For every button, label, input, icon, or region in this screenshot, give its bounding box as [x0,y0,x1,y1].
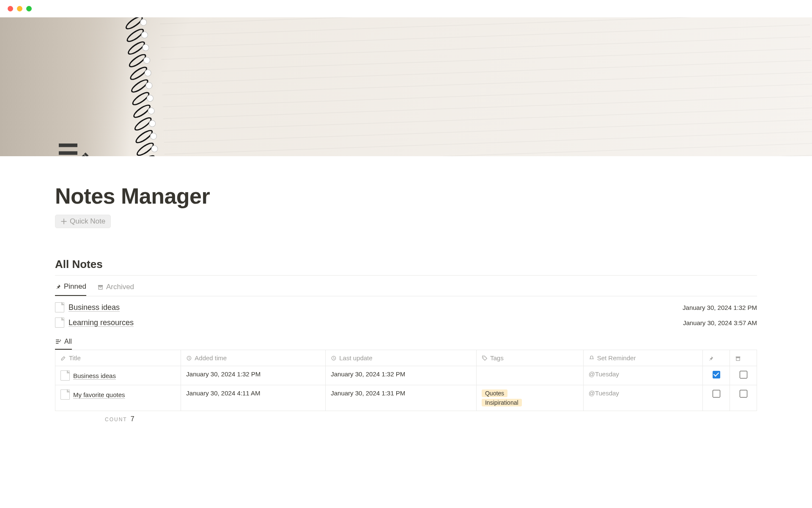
page-doc-icon [55,318,64,328]
pinned-item-date: January 30, 2024 1:32 PM [683,304,757,311]
tab-archived[interactable]: Archived [97,282,134,296]
quick-note-button[interactable]: Quick Note [55,215,111,228]
tag-icon [482,355,488,361]
archive-icon [97,284,104,290]
row-updated: January 30, 2024 1:31 PM [326,385,477,411]
tab-archived-label: Archived [106,283,134,291]
row-updated: January 30, 2024 1:32 PM [326,366,477,385]
bell-icon [589,355,595,361]
pin-checkbox[interactable] [713,371,720,378]
col-archive-header[interactable] [730,350,757,366]
edit-icon [60,355,66,361]
window-controls [0,0,812,17]
archive-icon [735,356,741,362]
col-added-header[interactable]: Added time [181,350,326,366]
svg-rect-1 [59,151,77,155]
list-icon [55,338,62,345]
row-title-text: Business ideas [73,372,116,379]
page-doc-icon [55,302,64,312]
row-tags [476,366,583,385]
row-reminder: @Tuesday [583,385,702,411]
pinned-item-title: Business ideas [69,303,120,312]
pinned-item[interactable]: Learning resources January 30, 2024 3:57… [55,315,757,330]
cover-image[interactable] [0,17,812,156]
svg-rect-9 [736,356,741,357]
page-doc-icon [60,370,70,381]
tab-pinned[interactable]: Pinned [55,282,86,296]
page-icon[interactable] [54,134,91,156]
count-summary: COUNT 7 [105,415,757,423]
pin-checkbox[interactable] [713,390,720,398]
tab-pinned-label: Pinned [64,282,86,291]
svg-rect-5 [100,287,102,287]
col-reminder-header[interactable]: Set Reminder [583,350,702,366]
notebook-lines-decoration [159,17,812,156]
svg-rect-4 [99,286,102,289]
row-added: January 30, 2024 1:32 PM [181,366,326,385]
row-added: January 30, 2024 4:11 AM [181,385,326,411]
svg-rect-3 [98,285,103,286]
table-row[interactable]: My favorite quotes January 30, 2024 4:11… [55,385,757,411]
view-tab-all-label: All [64,338,72,345]
tag-pill[interactable]: Insipirational [482,399,522,406]
plus-icon [60,218,67,225]
page-title[interactable]: Notes Manager [55,183,757,209]
view-tab-all[interactable]: All [55,338,72,350]
col-pin-header[interactable] [703,350,730,366]
col-updated-header[interactable]: Last update [326,350,477,366]
clock-icon [186,355,192,361]
col-tags-header[interactable]: Tags [476,350,583,366]
close-window-button[interactable] [8,6,13,11]
count-value: 7 [131,415,134,423]
col-title-header[interactable]: Title [55,350,181,366]
archive-checkbox[interactable] [740,371,747,378]
maximize-window-button[interactable] [26,6,32,11]
minimize-window-button[interactable] [17,6,22,11]
row-reminder: @Tuesday [583,366,702,385]
svg-point-8 [483,356,484,357]
pinned-item-date: January 30, 2024 3:57 AM [683,319,757,326]
pinned-item-title: Learning resources [69,318,134,327]
pin-icon [55,284,61,290]
pin-icon [708,356,714,362]
row-tags: Quotes Insipirational [476,385,583,411]
page-doc-icon [60,389,70,400]
count-label: COUNT [105,417,127,422]
pinned-archived-tabs: Pinned Archived [55,282,757,296]
table-header-row: Title Added time Last update [55,350,757,366]
archive-checkbox[interactable] [740,390,747,398]
table-row[interactable]: Business ideas January 30, 2024 1:32 PM … [55,366,757,385]
section-title: All Notes [55,258,757,276]
notes-table: Title Added time Last update [55,350,757,411]
pinned-list: Business ideas January 30, 2024 1:32 PM … [55,300,757,330]
quick-note-label: Quick Note [70,217,105,226]
svg-rect-10 [736,358,740,360]
svg-rect-0 [59,144,77,147]
row-title-text: My favorite quotes [73,391,125,398]
pinned-item[interactable]: Business ideas January 30, 2024 1:32 PM [55,300,757,315]
clock-icon [331,355,337,361]
tag-pill[interactable]: Quotes [482,389,508,397]
table-view-tabs: All [55,338,757,350]
